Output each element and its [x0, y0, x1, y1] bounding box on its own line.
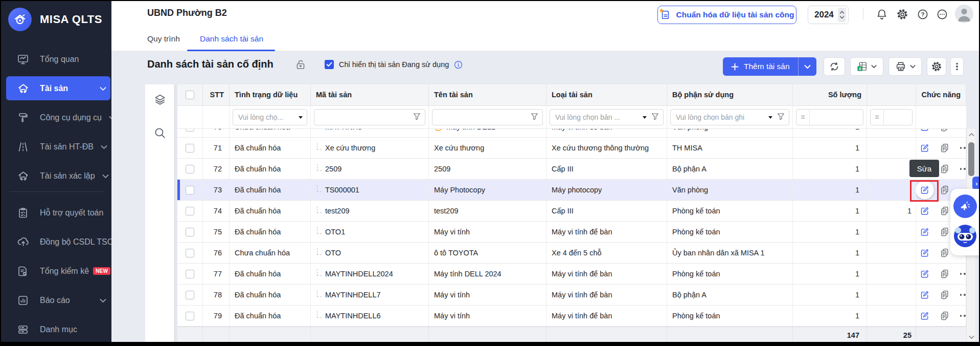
add-asset-button[interactable]: Thêm tài sản [723, 57, 798, 76]
col-tinh-trang[interactable]: Tình trạng dữ liệu [230, 84, 311, 105]
more-options-icon[interactable] [936, 8, 948, 20]
sidebar-item-ho-tro-quyet-toan[interactable]: Hỗ trợ quyết toán [1, 198, 111, 227]
normalize-data-button[interactable]: Chuẩn hóa dữ liệu tài sản công [657, 6, 796, 24]
row-checkbox[interactable] [186, 165, 194, 174]
filter-department-dropdown[interactable]: Vui lòng chọn bản ghi [670, 109, 789, 125]
misa-assistant-bot-button[interactable] [953, 224, 977, 248]
show-in-use-filter[interactable]: Chỉ hiển thị tài sản Đang sử dụng [325, 60, 463, 69]
settings-gear-icon[interactable] [896, 8, 908, 20]
user-avatar[interactable] [955, 5, 973, 23]
sidebar-item-tai-san[interactable]: Tài sản [1, 74, 111, 103]
filter-status-dropdown[interactable]: Vui lòng chọ... [233, 109, 307, 125]
row-checkbox[interactable] [186, 291, 194, 299]
row-more-icon[interactable] [959, 129, 966, 133]
funnel-icon[interactable] [413, 112, 421, 123]
row-checkbox[interactable] [186, 186, 194, 194]
row-checkbox[interactable] [186, 144, 194, 153]
row-more-icon[interactable] [959, 310, 966, 321]
table-row[interactable]: 78 Đã chuẩn hóa MAYTINHDELL7 Máy vi tính… [177, 285, 966, 306]
filter-extra-input[interactable]: = [870, 109, 913, 125]
scrollbar-thumb[interactable] [968, 142, 974, 176]
col-loai-tai-san[interactable]: Loại tài sản [546, 84, 667, 105]
sidebar-item-bao-cao[interactable]: Báo cáo [1, 286, 111, 315]
duplicate-icon[interactable] [939, 268, 950, 279]
print-button[interactable] [888, 57, 922, 76]
edit-icon[interactable] [919, 129, 930, 133]
table-settings-button[interactable] [927, 57, 946, 76]
col-ten-tai-san[interactable]: Tên tài sản [429, 84, 546, 105]
edit-icon[interactable] [919, 310, 930, 321]
duplicate-icon[interactable] [939, 142, 950, 154]
edit-icon[interactable] [919, 142, 930, 154]
col-stt[interactable]: STT [203, 84, 230, 105]
table-row[interactable]: 77 Đã chuẩn hóa MAYTINHDELL2024 Máy tính… [177, 264, 966, 285]
table-row[interactable]: 75 Đã chuẩn hóa OTO1 Máy vi tính Máy vi … [177, 222, 966, 243]
scroll-down-arrow[interactable] [967, 333, 976, 342]
collapse-panel-arrow[interactable]: › [972, 177, 979, 190]
tab-quy-trinh[interactable]: Quy trình [147, 27, 180, 51]
sidebar-item-dong-bo-csdl-tsc[interactable]: Đồng bộ CSDL TSC NEW [1, 227, 111, 256]
filter-quantity-input[interactable]: = [796, 109, 863, 125]
duplicate-icon[interactable] [939, 129, 950, 133]
col-ma-tai-san[interactable]: Mã tài sản [311, 84, 429, 105]
row-checkbox[interactable] [186, 270, 194, 278]
sidebar-item-tai-san-xac-lap[interactable]: Tài sản xác lập [1, 161, 111, 190]
row-more-icon[interactable] [959, 142, 966, 154]
edit-icon[interactable] [919, 205, 930, 217]
funnel-icon[interactable] [651, 112, 659, 123]
row-checkbox[interactable] [186, 312, 194, 320]
year-stepper[interactable] [838, 8, 846, 22]
duplicate-icon[interactable] [939, 184, 950, 196]
table-row[interactable]: 79 Đã chuẩn hóa MAYTINHDELL6 Máy vi tính… [177, 306, 966, 327]
add-asset-dropdown-toggle[interactable] [798, 57, 816, 76]
duplicate-icon[interactable] [939, 226, 950, 237]
row-checkbox[interactable] [186, 249, 194, 257]
sidebar-item-danh-muc[interactable]: Danh mục [1, 315, 111, 342]
duplicate-icon[interactable] [939, 247, 950, 258]
layers-icon[interactable] [153, 93, 167, 106]
edit-icon[interactable] [919, 247, 930, 258]
tab-danh-sach-tai-san[interactable]: Danh sách tài sản [200, 27, 263, 51]
duplicate-icon[interactable] [939, 205, 950, 217]
table-row[interactable]: 74 Đã chuẩn hóa test209 test209 Cấp III … [177, 201, 966, 222]
table-row[interactable]: 76 Chưa chuẩn hóa OTO ô tô TOYOTA Xe 4 đ… [177, 243, 966, 264]
row-more-icon[interactable] [959, 163, 966, 175]
export-excel-button[interactable]: X [850, 57, 883, 76]
duplicate-icon[interactable] [939, 310, 950, 321]
row-checkbox[interactable] [186, 207, 194, 215]
checkbox-checked-icon[interactable] [325, 60, 334, 69]
duplicate-icon[interactable] [939, 289, 950, 300]
row-checkbox[interactable] [186, 129, 194, 132]
filter-name-input[interactable] [432, 109, 543, 125]
table-row[interactable]: 72 Đã chuẩn hóa 2509 2509 Cấp III Bộ phậ… [177, 159, 966, 180]
select-all-checkbox[interactable] [186, 91, 194, 99]
more-actions-button[interactable] [950, 57, 964, 76]
edit-icon[interactable] [919, 226, 930, 237]
refresh-button[interactable] [824, 57, 845, 76]
filter-type-dropdown[interactable]: Vui lòng chọn bản ... [550, 109, 664, 125]
sidebar-item-tong-kiem-ke[interactable]: Tổng kiểm kê NEW [1, 256, 111, 286]
edit-icon[interactable] [919, 184, 930, 196]
scroll-up-arrow[interactable] [967, 130, 976, 139]
notification-bell-icon[interactable] [876, 8, 888, 20]
filter-code-input[interactable] [314, 109, 425, 125]
table-row[interactable]: 71 Đã chuẩn hóa Xe cứu thương Xe cứu thư… [177, 138, 966, 159]
sidebar-item-tai-san-ht-db[interactable]: Tài sản HT-ĐB [1, 132, 111, 161]
help-icon[interactable]: ? [917, 8, 929, 20]
row-more-icon[interactable] [959, 268, 966, 279]
sidebar-item-cong-cu-dung-cu[interactable]: Công cụ dụng cụ [1, 103, 111, 132]
edit-icon[interactable] [919, 268, 930, 279]
funnel-icon[interactable] [777, 112, 785, 123]
funnel-icon[interactable] [530, 112, 539, 123]
edit-icon[interactable] [919, 289, 930, 300]
search-icon[interactable] [153, 126, 167, 140]
row-checkbox[interactable] [186, 228, 194, 236]
table-row[interactable]: 70 Chưa chuẩn hóa MAYTINH9 Máy tính DELL… [177, 129, 966, 138]
info-icon[interactable] [454, 60, 463, 69]
col-so-luong[interactable]: Số lượng [793, 84, 867, 105]
col-bo-phan[interactable]: Bộ phận sử dụng [667, 84, 793, 105]
table-row[interactable]: 73 Đã chuẩn hóa TS000001 Máy Photocopy M… [177, 180, 966, 201]
sidebar-item-tong-quan[interactable]: Tổng quan [1, 45, 111, 74]
announcement-megaphone-button[interactable] [953, 194, 977, 218]
duplicate-icon[interactable] [939, 163, 950, 175]
